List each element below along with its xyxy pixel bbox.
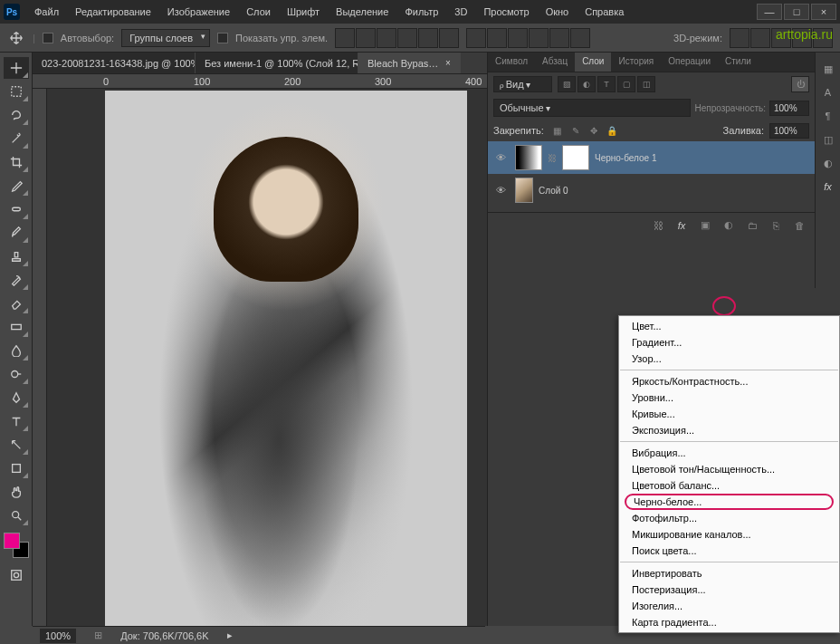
shape-tool[interactable] xyxy=(4,457,29,479)
align-right[interactable] xyxy=(439,28,459,48)
menu-item[interactable]: Поиск цвета... xyxy=(619,543,839,559)
lock-pixels-icon[interactable]: ✎ xyxy=(568,123,584,138)
filter-shape-icon[interactable]: ▢ xyxy=(617,76,635,92)
panel-tab-character[interactable]: Символ xyxy=(488,53,535,72)
status-dropdown-icon[interactable]: ▸ xyxy=(227,630,233,641)
menu-item[interactable]: Уровни... xyxy=(619,389,839,406)
align-bottom[interactable] xyxy=(377,28,396,48)
blur-tool[interactable] xyxy=(4,340,29,361)
filter-adjust-icon[interactable]: ◐ xyxy=(578,76,596,92)
zoom-tool[interactable] xyxy=(4,505,29,526)
document-tab[interactable]: 023-20081231-163438.jpg @ 100% (...× xyxy=(33,53,196,73)
menu-item[interactable]: Фотофильтр... xyxy=(619,510,839,526)
maximize-button[interactable]: □ xyxy=(784,4,809,20)
menu-item[interactable]: Инвертировать xyxy=(619,565,839,582)
tab-close-icon[interactable]: × xyxy=(445,58,451,68)
zoom-level[interactable]: 100% xyxy=(40,629,76,643)
adjustments-panel-icon[interactable]: ◐ xyxy=(819,154,837,172)
heal-tool[interactable] xyxy=(4,198,29,220)
blend-mode-dropdown[interactable]: Обычные ▾ xyxy=(493,99,691,117)
adjustment-layer-icon[interactable]: ◐ xyxy=(721,217,737,234)
status-plugin-icon[interactable]: ⊞ xyxy=(94,630,102,641)
filter-pixel-icon[interactable]: ▧ xyxy=(558,76,576,92)
menu-layer[interactable]: Слои xyxy=(239,3,278,21)
quickmask-toggle[interactable] xyxy=(4,564,29,586)
adjustment-thumb[interactable] xyxy=(515,145,542,170)
menu-item[interactable]: Карта градиента... xyxy=(619,614,839,630)
color-swatches[interactable] xyxy=(4,533,29,558)
mask-thumb[interactable] xyxy=(562,145,589,170)
lasso-tool[interactable] xyxy=(4,104,29,126)
filter-toggle[interactable]: ⏻ xyxy=(791,76,809,92)
menu-item[interactable]: Цветовой баланс... xyxy=(619,477,839,494)
menu-item[interactable]: Вибрация... xyxy=(619,445,839,461)
minimize-button[interactable]: — xyxy=(757,4,782,20)
eraser-tool[interactable] xyxy=(4,293,29,314)
color-panel-icon[interactable]: ▦ xyxy=(819,60,837,78)
layer-row[interactable]: 👁 ⛓ Черно-белое 1 xyxy=(488,141,815,174)
stamp-tool[interactable] xyxy=(4,245,29,267)
opacity-input[interactable]: 100% xyxy=(769,101,809,116)
autoselect-dropdown[interactable]: Группы слоев xyxy=(121,29,210,47)
foreground-color[interactable] xyxy=(4,533,20,549)
menu-item[interactable]: Черно-белое... xyxy=(625,494,834,510)
layer-row[interactable]: 👁 Слой 0 xyxy=(488,174,815,207)
filter-smart-icon[interactable]: ◫ xyxy=(637,76,655,92)
layer-mask-icon[interactable]: ▣ xyxy=(697,217,713,234)
vertical-ruler[interactable] xyxy=(33,89,47,626)
close-button[interactable]: × xyxy=(811,4,836,20)
3d-roll[interactable] xyxy=(750,28,770,48)
filter-type-icon[interactable]: T xyxy=(597,76,616,92)
panel-tab-layers[interactable]: Слои xyxy=(575,53,611,72)
layer-name[interactable]: Слой 0 xyxy=(539,186,811,196)
lock-position-icon[interactable]: ✥ xyxy=(586,123,602,138)
pen-tool[interactable] xyxy=(4,387,29,409)
menu-image[interactable]: Изображение xyxy=(160,3,237,21)
menu-item[interactable]: Кривые... xyxy=(619,406,839,422)
panel-tab-paragraph[interactable]: Абзац xyxy=(535,53,575,72)
history-brush-tool[interactable] xyxy=(4,269,29,291)
align-hcenter[interactable] xyxy=(418,28,438,48)
menu-item[interactable]: Узор... xyxy=(619,351,839,367)
showcontrols-checkbox[interactable] xyxy=(217,33,228,43)
menu-item[interactable]: Изогелия... xyxy=(619,598,839,614)
new-group-icon[interactable]: 🗀 xyxy=(744,217,760,234)
visibility-icon[interactable]: 👁 xyxy=(492,149,510,167)
layer-thumb[interactable] xyxy=(515,178,533,203)
menu-filter[interactable]: Фильтр xyxy=(397,3,445,21)
dist-bottom[interactable] xyxy=(508,28,528,48)
panel-tab-actions[interactable]: Операции xyxy=(661,53,718,72)
menu-edit[interactable]: Редактирование xyxy=(68,3,158,21)
paragraph-panel-icon[interactable]: ¶ xyxy=(819,107,837,125)
align-vcenter[interactable] xyxy=(356,28,376,48)
type-panel-icon[interactable]: A xyxy=(819,83,837,101)
dist-hcenter[interactable] xyxy=(549,28,569,48)
link-layers-icon[interactable]: ⛓ xyxy=(650,217,666,234)
mask-link-icon[interactable]: ⛓ xyxy=(548,153,557,163)
align-top[interactable] xyxy=(335,28,355,48)
path-tool[interactable] xyxy=(4,434,29,456)
document-tab[interactable]: Bleach Bypass arttopia.psd @ 100% (Черно… xyxy=(358,53,461,73)
menu-view[interactable]: Просмотр xyxy=(476,3,536,21)
menu-window[interactable]: Окно xyxy=(539,3,577,21)
horizontal-ruler[interactable]: 0 100 200 300 400 xyxy=(33,74,487,89)
visibility-icon[interactable]: 👁 xyxy=(492,181,510,199)
dist-top[interactable] xyxy=(466,28,486,48)
eyedropper-tool[interactable] xyxy=(4,175,29,197)
menu-item[interactable]: Постеризация... xyxy=(619,582,839,598)
layer-name[interactable]: Черно-белое 1 xyxy=(595,153,811,163)
new-layer-icon[interactable]: ⎘ xyxy=(768,217,784,234)
dist-right[interactable] xyxy=(570,28,590,48)
layer-kind-dropdown[interactable]: ρ Вид ▾ xyxy=(493,76,552,92)
menu-help[interactable]: Справка xyxy=(578,3,631,21)
lock-all-icon[interactable]: 🔒 xyxy=(604,123,620,138)
dist-left[interactable] xyxy=(529,28,549,48)
menu-item[interactable]: Экспозиция... xyxy=(619,422,839,438)
fill-input[interactable]: 100% xyxy=(769,123,809,139)
document-tab[interactable]: Без имени-1 @ 100% (Слой 12, RG...× xyxy=(196,53,358,73)
menu-item[interactable]: Яркость/Контрастность... xyxy=(619,373,839,389)
menu-3d[interactable]: 3D xyxy=(447,3,474,21)
move-tool[interactable] xyxy=(4,57,29,79)
canvas[interactable] xyxy=(47,89,487,626)
autoselect-checkbox[interactable] xyxy=(43,33,53,43)
